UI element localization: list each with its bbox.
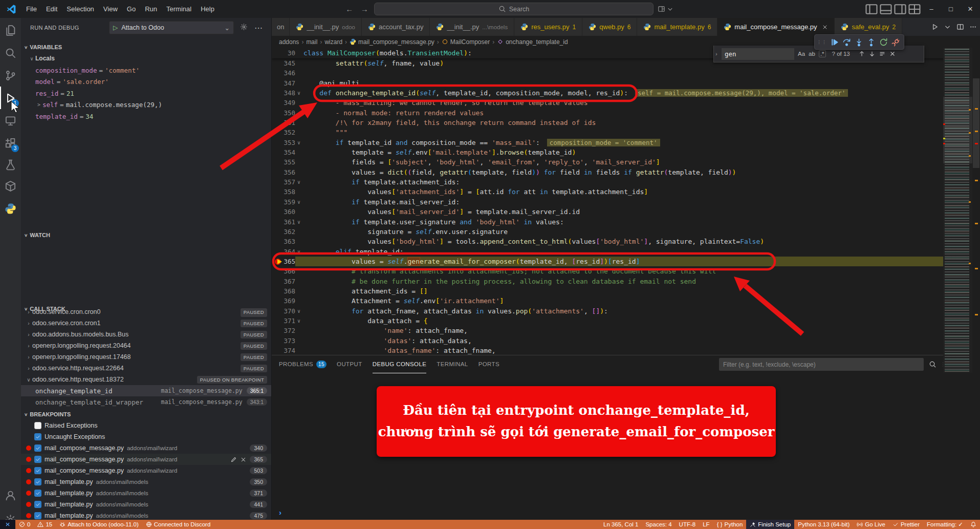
variable-row[interactable]: res_id=21	[21, 88, 271, 99]
find-input[interactable]: gen	[722, 48, 794, 60]
tab-partial[interactable]: on	[272, 18, 290, 36]
status-lf[interactable]: LF	[699, 520, 713, 529]
code-line[interactable]: 368 attachment_ids = []	[272, 286, 980, 296]
layout-control[interactable]	[658, 5, 674, 13]
tab-res_users.py[interactable]: res_users.py1	[514, 18, 582, 36]
checkbox[interactable]	[34, 422, 41, 429]
python-icon[interactable]	[0, 197, 21, 220]
code-line[interactable]: 363 values['body_html'] = tools.append_c…	[272, 237, 980, 246]
status-attach-to-odoo-odoo-11-0-[interactable]: Attach to Odoo (odoo-11.0)	[56, 520, 142, 529]
menu-go[interactable]: Go	[122, 0, 140, 18]
code-line[interactable]: 354 template = self.env['mail.template']…	[272, 147, 980, 157]
code-line[interactable]: 350 - normal mode: return rendered value…	[272, 108, 980, 118]
nav-forward-icon[interactable]: →	[359, 5, 369, 13]
step-into-icon[interactable]	[853, 35, 865, 49]
code-line[interactable]: 365 values = self.generate_email_for_com…	[272, 257, 980, 266]
status-python[interactable]: { }Python	[713, 520, 747, 529]
menu-selection[interactable]: Selection	[62, 0, 98, 18]
section-breakpoints[interactable]: ∨BREAKPOINTS	[21, 409, 271, 420]
tab-__init__.py[interactable]: __init__.pyodoo	[290, 18, 361, 36]
checkbox[interactable]	[34, 478, 41, 485]
thread-row[interactable]: ›odoo.service.http.request.22664PAUSED	[21, 363, 271, 374]
code-line[interactable]: 362 signature = self.env.user.signature	[272, 227, 980, 237]
status-utf-8[interactable]: UTF-8	[676, 520, 700, 529]
source-control-icon[interactable]	[0, 64, 21, 87]
code-editor[interactable]: 30class MailComposer(models.TransientMod…	[272, 48, 980, 373]
breakpoint-row[interactable]: mail_template.pyaddons\mail\models371	[21, 488, 271, 499]
minimap-viewport[interactable]	[943, 97, 972, 163]
remove-breakpoint-icon[interactable]	[240, 456, 247, 463]
panel-tab-ports[interactable]: PORTS	[478, 355, 499, 373]
container-icon[interactable]	[0, 175, 21, 197]
nav-back-icon[interactable]: ←	[344, 5, 355, 13]
chevron-down-icon[interactable]	[944, 23, 951, 31]
status-python-3-13-64-bit-[interactable]: Python 3.13 (64-bit)	[794, 520, 853, 529]
status-bell-icon[interactable]	[967, 520, 980, 529]
customize-layout-icon[interactable]	[907, 0, 922, 18]
checkbox[interactable]	[34, 467, 41, 474]
code-line[interactable]: 360 values['mail_server_id'] = template.…	[272, 207, 980, 217]
tab-safe_eval.py[interactable]: safe_eval.py2	[835, 18, 902, 36]
menu-view[interactable]: View	[99, 0, 122, 18]
checkbox[interactable]	[34, 501, 41, 508]
tab-account_tax.py[interactable]: account_tax.py	[362, 18, 430, 36]
section-watch[interactable]: ∨WATCH	[21, 229, 271, 241]
status-15[interactable]: 15	[34, 520, 56, 529]
remote-explorer-icon[interactable]	[0, 109, 21, 132]
scope-locals[interactable]: ∨Locals	[21, 53, 271, 64]
code-line[interactable]: 373 'datas': attach_datas,	[272, 336, 980, 346]
code-line[interactable]: 351 /!\ for x2many field, this onchange …	[272, 118, 980, 128]
drag-handle[interactable]: ⋮⋮	[817, 40, 827, 45]
code-line[interactable]: 346	[272, 68, 980, 78]
edit-breakpoint-icon[interactable]	[230, 456, 237, 463]
breadcrumb-item[interactable]: mail_compose_message.py	[350, 38, 434, 46]
status-0[interactable]: 0	[15, 520, 34, 529]
thread-row[interactable]: ›openerp.longpolling.request.20464PAUSED	[21, 340, 271, 351]
code-line[interactable]: 355 fields = ['subject', 'body_html', 'e…	[272, 157, 980, 167]
code-line[interactable]: 372 'name': attach_fname,	[272, 326, 980, 335]
breadcrumb-item[interactable]: addons	[279, 38, 299, 46]
menu-terminal[interactable]: Terminal	[162, 0, 196, 18]
tab-qweb.py[interactable]: qweb.py6	[582, 18, 637, 36]
exception-breakpoint-row[interactable]: Raised Exceptions	[21, 420, 271, 431]
code-line[interactable]: 366 # transform attachments into attachm…	[272, 266, 980, 276]
tab-mail_compose_message.py[interactable]: mail_compose_message.py	[717, 18, 835, 36]
step-over-icon[interactable]	[840, 35, 853, 49]
breakpoint-row[interactable]: mail_compose_message.pyaddons\mail\wizar…	[21, 442, 271, 454]
find-in-selection-icon[interactable]	[879, 50, 886, 57]
menu-file[interactable]: File	[21, 0, 41, 18]
code-line[interactable]: 353∨ if template_id and composition_mode…	[272, 138, 980, 147]
checkbox[interactable]	[34, 433, 41, 440]
more-icon[interactable]	[969, 23, 977, 31]
code-line[interactable]: 358 values['attachment_ids'] = [att.id f…	[272, 187, 980, 197]
menu-help[interactable]: Help	[196, 0, 219, 18]
code-line[interactable]: 361∨ if template.user_signature and 'bod…	[272, 217, 980, 227]
code-line[interactable]: 367 # be done further in the posting pro…	[272, 277, 980, 286]
code-line[interactable]: 348∨ def onchange_template_id(self, temp…	[272, 88, 980, 98]
step-out-icon[interactable]	[865, 35, 877, 49]
thread-row[interactable]: ›odoo.service.cron.cron1PAUSED	[21, 318, 271, 329]
testing-icon[interactable]	[0, 153, 21, 176]
editor-scrollbar[interactable]	[972, 48, 980, 373]
maximize-button[interactable]: □	[941, 0, 961, 18]
code-line[interactable]: 359∨ if template.mail_server_id:	[272, 197, 980, 207]
find-expand-icon[interactable]: ›	[715, 51, 722, 57]
variable-row[interactable]: >self=mail.compose.message(29,)	[21, 99, 271, 110]
code-line[interactable]: 357∨ if template.attachment_ids:	[272, 177, 980, 187]
command-center-search[interactable]: Search	[374, 3, 654, 15]
stack-frame-row[interactable]: onchange_template_id_wrappermail_compose…	[21, 396, 271, 408]
account-icon[interactable]	[0, 484, 21, 506]
regex-toggle[interactable]: .*	[819, 50, 826, 57]
variable-row[interactable]: composition_mode='comment'	[21, 65, 271, 76]
breakpoint-row[interactable]: mail_template.pyaddons\mail\models350	[21, 476, 271, 488]
thread-row[interactable]: ›odoo.service.cron.cron0PAUSED	[21, 306, 271, 318]
continue-icon[interactable]	[828, 35, 840, 49]
code-line[interactable]: 349 - mass_mailing: we cannot render, so…	[272, 98, 980, 108]
disconnect-icon[interactable]	[889, 35, 902, 49]
close-find-icon[interactable]	[889, 50, 896, 57]
breadcrumb-item[interactable]: MailComposer	[442, 38, 490, 46]
checkbox[interactable]	[34, 512, 41, 519]
whole-word-toggle[interactable]: ab	[809, 51, 815, 57]
close-button[interactable]: ✕	[961, 0, 980, 18]
breadcrumb-item[interactable]: wizard	[324, 38, 342, 46]
